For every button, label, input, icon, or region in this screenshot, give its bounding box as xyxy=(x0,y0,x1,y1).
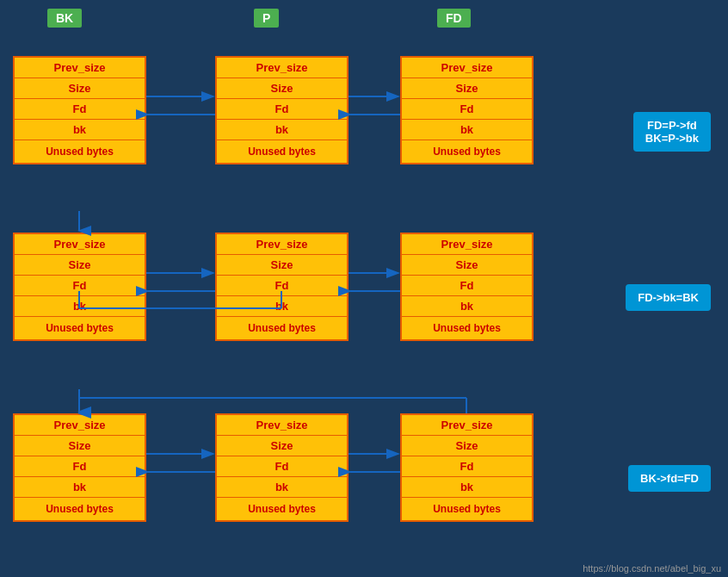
side-label-2: FD->bk=BK xyxy=(626,284,711,311)
chunk-row1-bk-size: Size xyxy=(15,78,145,99)
chunk-row2-fd: Prev_size Size Fd bk Unused bytes xyxy=(400,233,534,341)
chunk-row1-bk-fd: Fd xyxy=(15,99,145,120)
side-label-3: BK->fd=FD xyxy=(628,465,711,492)
chunk-row1-fd-unused: Unused bytes xyxy=(402,140,532,163)
chunk-row2-bk: Prev_size Size Fd bk Unused bytes xyxy=(13,233,146,341)
watermark: https://blog.csdn.net/abel_big_xu xyxy=(583,563,721,574)
chunk-row1-fd-prevsize: Prev_size xyxy=(402,58,532,78)
chunk-row1-p-bk: bk xyxy=(217,120,347,140)
chunk-row1-fd: Prev_size Size Fd bk Unused bytes xyxy=(400,56,534,164)
chunk-row1-fd-size: Size xyxy=(402,78,532,99)
chunk-row1-bk-prevsize: Prev_size xyxy=(15,58,145,78)
chunk-row1-p-fd: Fd xyxy=(217,99,347,120)
chunk-row2-p: Prev_size Size Fd bk Unused bytes xyxy=(215,233,349,341)
label-bk: BK xyxy=(47,9,82,28)
chunk-row1-bk-unused: Unused bytes xyxy=(15,140,145,163)
chunk-row3-p: Prev_size Size Fd bk Unused bytes xyxy=(215,413,349,522)
chunk-row1-p-prevsize: Prev_size xyxy=(217,58,347,78)
chunk-row1-p: Prev_size Size Fd bk Unused bytes xyxy=(215,56,349,164)
side-label-1: FD=P->fdBK=P->bk xyxy=(633,112,711,152)
label-p: P xyxy=(254,9,279,28)
chunk-row1-fd-bk: bk xyxy=(402,120,532,140)
chunk-row1-fd-fd: Fd xyxy=(402,99,532,120)
chunk-row1-bk: Prev_size Size Fd bk Unused bytes xyxy=(13,56,146,164)
chunk-row3-bk: Prev_size Size Fd bk Unused bytes xyxy=(13,413,146,522)
chunk-row1-p-size: Size xyxy=(217,78,347,99)
chunk-row1-p-unused: Unused bytes xyxy=(217,140,347,163)
diagram-container: BK P FD Prev_size Size Fd bk Unused byte… xyxy=(0,0,728,577)
label-fd: FD xyxy=(437,9,471,28)
chunk-row1-bk-bk: bk xyxy=(15,120,145,140)
chunk-row3-fd: Prev_size Size Fd bk Unused bytes xyxy=(400,413,534,522)
